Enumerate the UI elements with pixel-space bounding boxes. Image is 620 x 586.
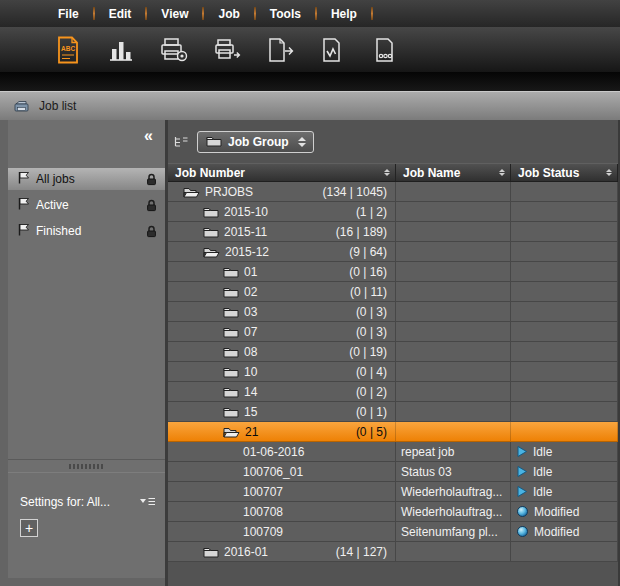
folder-closed-icon bbox=[223, 405, 239, 418]
job-row[interactable]: 100708Wiederholauftrag...Modified bbox=[168, 502, 618, 522]
job-name-cell bbox=[396, 342, 511, 361]
job-group-row[interactable]: 07(0 | 3) bbox=[168, 322, 618, 342]
job-group-row[interactable]: 08(0 | 19) bbox=[168, 342, 618, 362]
job-status-cell bbox=[511, 402, 618, 421]
new-job-ticket-icon: ABC bbox=[56, 36, 80, 64]
folder-open-icon bbox=[183, 185, 200, 198]
menubar: FileEditViewJobToolsHelp bbox=[0, 0, 620, 27]
job-count: (14 | 127) bbox=[336, 545, 387, 559]
sort-arrows-icon[interactable] bbox=[606, 169, 612, 176]
menu-separator bbox=[145, 7, 147, 20]
menu-item-tools[interactable]: Tools bbox=[258, 3, 313, 25]
job-count: (16 | 189) bbox=[336, 225, 387, 239]
job-status-cell: Idle bbox=[511, 442, 618, 461]
svg-text:ABC: ABC bbox=[61, 45, 75, 52]
status-modified-icon bbox=[517, 526, 528, 537]
job-status-label: Idle bbox=[533, 485, 552, 499]
job-number: 03 bbox=[244, 305, 257, 319]
job-number-cell: 2015-10(1 | 2) bbox=[168, 202, 396, 221]
sidebar-filter-all-jobs[interactable]: All jobs bbox=[8, 168, 165, 190]
column-header-job-name[interactable]: Job Name bbox=[396, 164, 511, 181]
menu-item-help[interactable]: Help bbox=[319, 3, 369, 25]
job-number-cell: 15(0 | 1) bbox=[168, 402, 396, 421]
collapse-sidebar-button[interactable]: « bbox=[144, 129, 153, 143]
add-filter-button[interactable]: + bbox=[20, 519, 38, 537]
job-count: (0 | 11) bbox=[350, 285, 387, 299]
menu-separator bbox=[93, 7, 95, 20]
job-row[interactable]: 100706_01Status 03Idle bbox=[168, 462, 618, 482]
job-status-cell bbox=[511, 302, 618, 321]
job-name-cell bbox=[396, 382, 511, 401]
sidebar-splitter[interactable] bbox=[8, 459, 165, 473]
job-number: 07 bbox=[244, 325, 257, 339]
sidebar-filter-active[interactable]: Active bbox=[8, 194, 165, 216]
job-number: 15 bbox=[244, 405, 257, 419]
job-group-row[interactable]: 10(0 | 4) bbox=[168, 362, 618, 382]
job-group-row[interactable]: 01(0 | 16) bbox=[168, 262, 618, 282]
job-group-row[interactable]: 03(0 | 3) bbox=[168, 302, 618, 322]
job-row[interactable]: 100707Wiederholauftrag...Idle bbox=[168, 482, 618, 502]
menu-item-file[interactable]: File bbox=[46, 3, 91, 25]
job-group-row[interactable]: 2016-01(14 | 127) bbox=[168, 542, 618, 562]
toolbar-button[interactable] bbox=[368, 32, 404, 68]
job-group-row[interactable]: PRJOBS(134 | 1045) bbox=[168, 182, 618, 202]
job-number-cell: PRJOBS(134 | 1045) bbox=[168, 182, 396, 201]
sidebar-filter-finished[interactable]: Finished bbox=[8, 220, 165, 242]
job-name-cell bbox=[396, 182, 511, 201]
job-status-label: Idle bbox=[533, 465, 552, 479]
job-number: 14 bbox=[244, 385, 257, 399]
column-header-job-status[interactable]: Job Status bbox=[511, 164, 618, 181]
job-row[interactable]: 100709Seitenumfang pl...Modified bbox=[168, 522, 618, 542]
menu-item-edit[interactable]: Edit bbox=[97, 3, 144, 25]
job-group-row[interactable]: 15(0 | 1) bbox=[168, 402, 618, 422]
job-row[interactable]: 01-06-2016repeat jobIdle bbox=[168, 442, 618, 462]
toolbar-button[interactable]: ABC bbox=[50, 32, 86, 68]
job-group-row[interactable]: 21(0 | 5) bbox=[168, 422, 618, 442]
menu-item-job[interactable]: Job bbox=[206, 3, 251, 25]
job-number: 2015-10 bbox=[224, 205, 268, 219]
job-number-cell: 100706_01 bbox=[168, 462, 396, 481]
document-options-icon bbox=[374, 37, 398, 63]
job-group-row[interactable]: 14(0 | 2) bbox=[168, 382, 618, 402]
job-name-cell bbox=[396, 282, 511, 301]
spinner-arrows-icon[interactable] bbox=[298, 137, 306, 147]
folder-closed-icon bbox=[203, 545, 219, 558]
toolbar-button[interactable] bbox=[315, 32, 351, 68]
job-name: repeat job bbox=[401, 445, 454, 459]
settings-dropdown-icon[interactable] bbox=[139, 496, 156, 508]
panel-titlebar: Job list bbox=[0, 91, 620, 120]
job-group-selector[interactable]: Job Group bbox=[197, 131, 314, 153]
job-group-row[interactable]: 2015-12(9 | 64) bbox=[168, 242, 618, 262]
sort-arrows-icon[interactable] bbox=[499, 169, 505, 176]
table-header: Job NumberJob NameJob Status bbox=[168, 163, 618, 182]
sidebar: « All jobsActiveFinished Settings for: A… bbox=[8, 120, 165, 578]
panel-title: Job list bbox=[39, 99, 76, 113]
verify-document-icon bbox=[321, 37, 345, 63]
job-status-cell bbox=[511, 342, 618, 361]
folder-closed-icon bbox=[223, 385, 239, 398]
collapse-tree-icon[interactable] bbox=[174, 135, 189, 148]
job-number-cell: 21(0 | 5) bbox=[168, 422, 396, 441]
job-number-cell: 07(0 | 3) bbox=[168, 322, 396, 341]
column-label: Job Number bbox=[175, 166, 245, 180]
job-name: Seitenumfang pl... bbox=[401, 525, 498, 539]
job-number-cell: 01(0 | 16) bbox=[168, 262, 396, 281]
job-name-cell bbox=[396, 422, 511, 441]
job-group-row[interactable]: 2015-11(16 | 189) bbox=[168, 222, 618, 242]
job-number: 01 bbox=[244, 265, 257, 279]
job-group-row[interactable]: 2015-10(1 | 2) bbox=[168, 202, 618, 222]
toolbar-button[interactable] bbox=[209, 32, 245, 68]
toolbar-button[interactable] bbox=[103, 32, 139, 68]
lock-icon bbox=[143, 171, 159, 187]
job-status-cell bbox=[511, 382, 618, 401]
column-header-job-number[interactable]: Job Number bbox=[168, 164, 396, 181]
sort-arrows-icon[interactable] bbox=[384, 169, 390, 176]
table-body: PRJOBS(134 | 1045)2015-10(1 | 2)2015-11(… bbox=[168, 182, 618, 586]
toolbar-button[interactable] bbox=[156, 32, 192, 68]
job-group-row[interactable]: 02(0 | 11) bbox=[168, 282, 618, 302]
column-label: Job Name bbox=[403, 166, 460, 180]
job-name-cell: repeat job bbox=[396, 442, 511, 461]
menu-item-view[interactable]: View bbox=[149, 3, 200, 25]
job-number: 2016-01 bbox=[224, 545, 268, 559]
toolbar-button[interactable] bbox=[262, 32, 298, 68]
